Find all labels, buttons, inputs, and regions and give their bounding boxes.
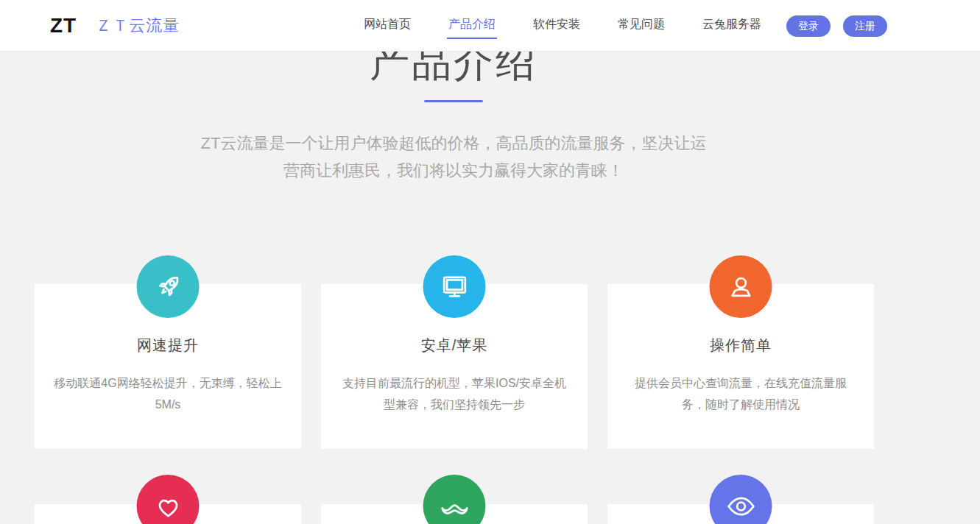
logo-badge: ZT bbox=[50, 14, 77, 38]
feature-card-4 bbox=[35, 504, 301, 524]
heart-icon bbox=[137, 475, 200, 524]
feature-description: 提供会员中心查询流量，在线充值流量服务，随时了解使用情况 bbox=[625, 372, 856, 415]
feature-card-easy: 操作简单 提供会员中心查询流量，在线充值流量服务，随时了解使用情况 bbox=[607, 284, 874, 449]
page-description: ZT云流量是一个让用户体验超低的价格，高品质的流量服务，坚决让运 营商让利惠民，… bbox=[0, 130, 907, 184]
login-button[interactable]: 登录 bbox=[786, 15, 831, 37]
nav-item-cloud-server[interactable]: 云兔服务器 bbox=[701, 13, 763, 39]
auth-buttons: 登录 注册 bbox=[786, 15, 887, 37]
mustache-icon bbox=[423, 475, 486, 524]
brand-logo[interactable]: ZT ＺＴ云流量 bbox=[50, 0, 180, 52]
nav-item-home[interactable]: 网站首页 bbox=[362, 13, 412, 39]
feature-card-speed: 网速提升 移动联通4G网络轻松提升，无束缚，轻松上5M/s bbox=[35, 284, 301, 449]
nav-item-faq[interactable]: 常见问题 bbox=[616, 13, 666, 39]
top-navbar: ZT ＺＴ云流量 网站首页 产品介绍 软件安装 常见问题 云兔服务器 登录 注册 bbox=[0, 0, 980, 52]
feature-card-6 bbox=[607, 504, 874, 524]
nav-item-products[interactable]: 产品介绍 bbox=[447, 13, 497, 39]
feature-card-5 bbox=[321, 504, 588, 524]
page-description-line1: ZT云流量是一个让用户体验超低的价格，高品质的流量服务，坚决让运 bbox=[0, 130, 907, 157]
main-nav: 网站首页 产品介绍 软件安装 常见问题 云兔服务器 bbox=[362, 0, 763, 52]
feature-description: 支持目前最流行的机型，苹果IOS/安卓全机型兼容，我们坚持领先一步 bbox=[339, 372, 570, 415]
site-name: ＺＴ云流量 bbox=[95, 15, 180, 37]
monitor-icon bbox=[423, 255, 486, 318]
user-icon bbox=[710, 255, 772, 318]
register-button[interactable]: 注册 bbox=[843, 15, 887, 37]
feature-card-platforms: 安卓/苹果 支持目前最流行的机型，苹果IOS/安卓全机型兼容，我们坚持领先一步 bbox=[321, 284, 588, 449]
feature-cards-row2 bbox=[35, 504, 874, 524]
feature-description: 移动联通4G网络轻松提升，无束缚，轻松上5M/s bbox=[52, 372, 283, 415]
title-divider bbox=[424, 100, 483, 102]
rocket-icon bbox=[137, 255, 200, 318]
feature-cards-row1: 网速提升 移动联通4G网络轻松提升，无束缚，轻松上5M/s 安卓/苹果 支持目前… bbox=[35, 284, 874, 449]
nav-item-install[interactable]: 软件安装 bbox=[532, 13, 582, 39]
eye-icon bbox=[710, 475, 772, 524]
page-description-line2: 营商让利惠民，我们将以实力赢得大家的青睐！ bbox=[0, 157, 907, 184]
